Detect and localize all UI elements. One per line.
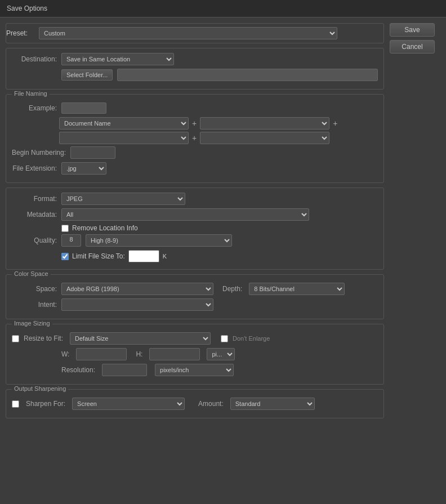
space-label: Space: [12,285,57,293]
begin-numbering-label: Begin Numbering: [12,149,66,157]
dont-enlarge-checkbox[interactable] [221,335,228,342]
naming-row-1: Document Name + + [12,117,378,130]
resolution-label: Resolution: [61,366,95,374]
limit-file-size-label: Limit File Size To: [72,252,125,260]
folder-row: Select Folder... [61,69,378,81]
plus-btn-1[interactable]: + [191,119,198,128]
limit-file-size-checkbox[interactable] [61,253,69,260]
resize-to-fit-label: Resize to Fit: [24,334,63,342]
resize-row: Resize to Fit: Default Size Don't Enlarg… [12,332,378,345]
intent-label: Intent: [12,301,57,309]
metadata-label: Metadata: [12,211,57,218]
metadata-row: Metadata: All [12,208,378,221]
destination-select[interactable]: Save in Same Location [61,53,174,65]
space-row: Space: Adobe RGB (1998) Depth: 8 Bits/Ch… [12,283,378,295]
limit-file-size-input[interactable]: 600 [128,250,159,262]
sharpen-row: Sharpen For: Screen Amount: Standard [12,398,378,410]
output-sharpening-label: Output Sharpening [12,385,68,392]
image-sizing-label: Image Sizing [12,320,52,327]
resolution-input[interactable]: 300 [102,364,147,376]
right-panel: Save Cancel [390,23,440,496]
dont-enlarge-label: Don't Enlarge [233,335,270,342]
preset-section: Preset: Custom [6,23,384,43]
file-extension-label: File Extension: [12,164,57,172]
destination-label: Destination: [12,55,57,63]
example-row: Example: [12,102,378,114]
naming-select-3[interactable] [59,132,189,144]
depth-select[interactable]: 8 Bits/Channel [249,283,345,295]
title-bar: Save Options [0,0,446,17]
h-label: H: [136,350,142,358]
resolution-unit-select[interactable]: pixels/inch [155,364,234,376]
intent-row: Intent: [12,298,378,311]
naming-row-2: + [12,132,378,144]
begin-numbering-input[interactable] [70,146,115,159]
sharpen-for-label: Sharpen For: [26,400,65,408]
folder-path-display [117,69,378,81]
wh-unit-select[interactable]: pi... [207,348,235,360]
quality-row: Quality: 8 High (8-9) [12,234,378,247]
image-sizing-section: Image Sizing Resize to Fit: Default Size… [6,324,384,385]
format-label: Format: [12,195,57,203]
k-label: K [163,253,167,260]
file-extension-row: File Extension: .jpg [12,162,378,175]
quality-label: Quality: [12,237,57,244]
plus-btn-3[interactable]: + [191,133,198,142]
format-row: Format: JPEG [12,193,378,205]
destination-row: Destination: Save in Same Location [12,53,378,65]
quality-range-select[interactable]: High (8-9) [86,234,232,247]
wh-row: W: H: pi... [61,348,378,360]
amount-select[interactable]: Standard [230,398,315,410]
sharpen-for-select[interactable]: Screen [72,398,185,410]
file-extension-select[interactable]: .jpg [61,162,106,175]
select-folder-button[interactable]: Select Folder... [61,69,113,81]
quality-value: 8 [61,234,81,247]
preset-select[interactable]: Custom [39,27,337,39]
w-input[interactable] [76,348,127,360]
naming-select-2[interactable] [200,117,329,130]
resize-select[interactable]: Default Size [70,332,211,345]
metadata-select[interactable]: All [61,208,309,221]
format-select[interactable]: JPEG [61,193,185,205]
color-space-section: Color Space Space: Adobe RGB (1998) Dept… [6,274,384,319]
naming-select-4[interactable] [200,132,329,144]
w-label: W: [61,350,69,358]
output-sharpening-section: Output Sharpening Sharpen For: Screen Am… [6,389,384,418]
plus-btn-2[interactable]: + [332,119,338,128]
naming-select-1[interactable]: Document Name [59,117,189,130]
limit-file-size-row: Limit File Size To: 600 K [61,250,378,262]
amount-label: Amount: [198,400,224,408]
format-section: Format: JPEG Metadata: All Remove Locati… [6,188,384,270]
file-naming-section: File Naming Example: Document Name + + [6,94,384,183]
begin-numbering-row: Begin Numbering: [12,146,378,159]
sharpen-for-checkbox[interactable] [12,400,19,408]
title-text: Save Options [7,5,47,12]
destination-section: Destination: Save in Same Location Selec… [6,48,384,90]
left-panel: Preset: Custom Destination: Save in Same… [6,23,384,496]
h-input[interactable] [149,348,200,360]
example-display [61,102,106,114]
intent-select[interactable] [61,298,213,311]
resolution-row: Resolution: 300 pixels/inch [61,364,378,376]
space-select[interactable]: Adobe RGB (1998) [61,283,213,295]
example-label: Example: [12,104,57,112]
resize-to-fit-checkbox[interactable] [12,335,19,342]
remove-location-label: Remove Location Info [72,224,138,232]
cancel-button[interactable]: Cancel [390,40,435,53]
save-button[interactable]: Save [390,23,435,37]
preset-label: Preset: [6,29,34,37]
depth-label: Depth: [222,285,242,293]
color-space-label: Color Space [12,270,51,277]
remove-location-row: Remove Location Info [61,224,378,232]
file-naming-label: File Naming [12,90,50,97]
remove-location-checkbox[interactable] [61,225,69,232]
